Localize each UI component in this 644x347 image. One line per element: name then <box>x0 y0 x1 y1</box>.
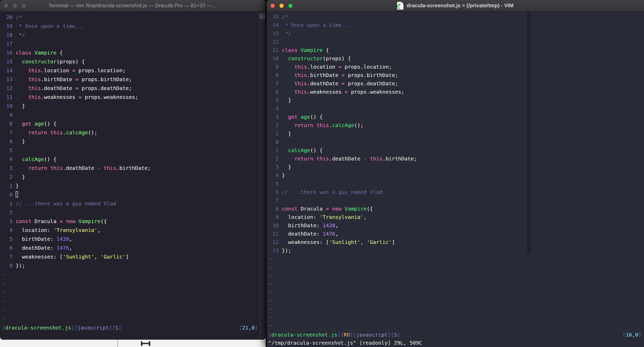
line-number: 8 <box>2 261 13 270</box>
empty-line-tilde: ~ <box>268 296 644 305</box>
line-number: 7 <box>2 128 13 137</box>
code-line: 9 <box>2 110 266 119</box>
line-number: 13 <box>268 29 279 38</box>
line-number: 12 <box>268 238 279 246</box>
background-divider-fragment <box>117 340 118 347</box>
code-line: 11 deathDate: 1476, <box>268 230 644 238</box>
terminal-scrollbar[interactable] <box>259 11 266 340</box>
terminal-window: Terminal — vim /tmp/dracula-screenshot.j… <box>0 0 266 340</box>
line-number: 8 <box>268 205 279 213</box>
code-line: 18 */ <box>2 31 266 39</box>
terminal-titlebar[interactable]: Terminal — vim /tmp/dracula-screenshot.j… <box>0 0 266 11</box>
js-file-icon: JS <box>397 2 403 10</box>
terminal-traffic-lights <box>4 4 26 8</box>
code-line: 13 this.birthDate = props.birthDate; <box>2 75 266 84</box>
code-line: 6// ...there was a guy named Vlad <box>268 188 644 196</box>
empty-line-tilde: ~ <box>2 270 266 279</box>
line-number: 8 <box>2 119 13 128</box>
code-line: 13}); <box>268 246 644 255</box>
macvim-title: dracula-screenshot.js = (/private/tmp) -… <box>407 3 514 9</box>
code-line: 3 get age() { <box>268 113 644 121</box>
code-line: 10 constructor(props) { <box>268 54 644 63</box>
code-line: 3 } <box>268 163 644 171</box>
code-line: 17 <box>2 39 266 48</box>
code-line: 14 this.location = props.location; <box>2 66 266 75</box>
line-number: 5 <box>2 146 13 155</box>
minimize-button[interactable] <box>279 4 284 8</box>
code-line: 10 birthDate: 1428, <box>268 221 644 230</box>
line-number: 9 <box>268 213 279 221</box>
code-line: 15 constructor(props) { <box>2 57 266 66</box>
code-line: 4 location: 'Transylvania', <box>2 226 266 235</box>
line-number: 4 <box>268 171 279 180</box>
line-number: 13 <box>2 75 13 84</box>
line-number: 2 <box>2 172 13 181</box>
line-number: 9 <box>268 63 279 71</box>
code-line: 20/* <box>2 13 266 22</box>
line-number: 1 <box>2 181 13 190</box>
line-number: 0 <box>268 138 279 146</box>
line-number: 20 <box>2 13 13 22</box>
code-line: 3const Dracula = new Vampire({ <box>2 217 266 226</box>
close-button[interactable] <box>271 4 275 8</box>
code-line: 11class Vampire { <box>268 46 644 54</box>
code-line: 7 this.deathDate = props.deathDate; <box>268 79 644 88</box>
code-line: 0 <box>268 138 644 146</box>
macvim-scrollbar-thumb[interactable] <box>527 11 530 254</box>
line-number: 5 <box>2 235 13 243</box>
empty-line-tilde: ~ <box>268 313 644 321</box>
scrollbar-pages-icon <box>260 14 265 19</box>
line-number: 18 <box>2 31 13 39</box>
code-line: 4 <box>268 104 644 113</box>
zoom-button[interactable] <box>288 4 293 8</box>
code-line: 5 } <box>268 96 644 104</box>
empty-line-tilde: ~ <box>2 314 266 323</box>
line-number: 17 <box>2 39 13 48</box>
line-number: 12 <box>2 84 13 93</box>
zoom-button[interactable] <box>22 4 26 8</box>
code-line: 5 <box>2 146 266 155</box>
line-number: 7 <box>2 252 13 261</box>
line-number: 6 <box>2 243 13 252</box>
line-number: 2 <box>268 154 279 163</box>
code-line: 1 calcAge() { <box>268 146 644 154</box>
line-number: 16 <box>2 48 13 57</box>
macvim-window: JS dracula-screenshot.js = (/private/tmp… <box>267 0 644 347</box>
macvim-traffic-lights <box>271 4 293 8</box>
code-line: 8}); <box>2 261 266 270</box>
macvim-editor[interactable]: 15/*14 * Once upon a time...13 */1211cla… <box>267 11 644 347</box>
line-number: 15 <box>2 57 13 66</box>
empty-line-tilde: ~ <box>268 271 644 280</box>
line-number: 13 <box>268 246 279 255</box>
code-line: 11 this.weaknesses = props.weaknesses; <box>2 93 266 101</box>
line-number: 1 <box>268 129 279 138</box>
js-file-icon-label: JS <box>398 7 400 9</box>
terminal-vim-editor[interactable]: 20/*19 * Once upon a time...18 */1716cla… <box>0 11 266 340</box>
code-line: 14 * Once upon a time... <box>268 21 644 29</box>
empty-line-tilde: ~ <box>2 279 266 288</box>
code-line: 12 weaknesses: ['Sunlight', 'Garlic'] <box>268 238 644 246</box>
line-number: 11 <box>268 46 279 54</box>
macvim-titlebar[interactable]: JS dracula-screenshot.js = (/private/tmp… <box>267 0 644 11</box>
line-number: 2 <box>2 208 13 217</box>
line-number: 3 <box>268 113 279 121</box>
code-line: 12 <box>268 38 644 46</box>
code-line: 7 <box>268 196 644 205</box>
code-line: 1} <box>2 181 266 190</box>
line-number: 9 <box>2 110 13 119</box>
line-number: 3 <box>268 163 279 171</box>
line-number: 15 <box>268 13 279 21</box>
vim-statusline: [dracula-screenshot.js][RO][javascript][… <box>268 330 641 339</box>
minimize-button[interactable] <box>13 4 17 8</box>
close-button[interactable] <box>4 4 8 8</box>
code-line: 8 this.birthDate = props.birthDate; <box>268 71 644 79</box>
line-number: 11 <box>2 93 13 101</box>
line-number: 4 <box>268 104 279 113</box>
code-line: 3 return this.deathDate - this.birthDate… <box>2 164 266 172</box>
code-line: 8 get age() { <box>2 119 266 128</box>
code-line: 6 deathDate: 1476, <box>2 243 266 252</box>
code-line: 6 } <box>2 137 266 146</box>
code-line: 2 return this.deathDate - this.birthDate… <box>268 154 644 163</box>
line-number: 5 <box>268 180 279 188</box>
line-number: 2 <box>268 121 279 129</box>
